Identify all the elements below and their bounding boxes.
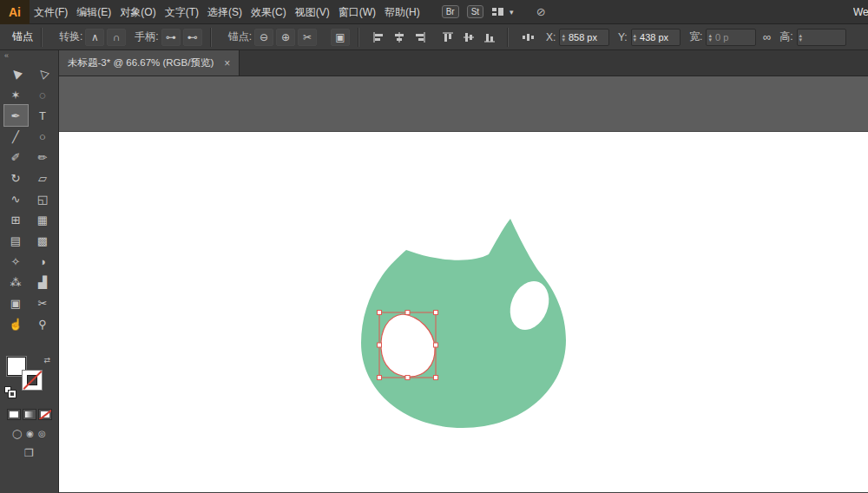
menu-view[interactable]: 视图(V)	[291, 0, 334, 24]
menu-select[interactable]: 选择(S)	[203, 0, 247, 24]
stock-button[interactable]: St	[467, 5, 483, 18]
symbol-sprayer-tool[interactable]: ⁂	[4, 272, 28, 293]
share-icon[interactable]: ⊘	[536, 5, 546, 18]
free-transform-icon: ◱	[37, 193, 48, 206]
draw-normal-button[interactable]: ◯	[12, 429, 22, 438]
height-field[interactable]: ▴▾	[797, 29, 847, 46]
perspective-grid-tool[interactable]: ▦	[31, 209, 55, 230]
lasso-tool[interactable]: ◌	[31, 84, 55, 105]
y-field[interactable]: ▴▾ 438 px	[631, 29, 681, 46]
width-tool[interactable]: ∿	[4, 188, 28, 209]
align-bottom-button[interactable]	[480, 29, 499, 46]
pen-tool[interactable]: ✒	[4, 105, 28, 126]
convert-to-corner-button[interactable]: ∧	[85, 29, 104, 46]
default-fill-stroke-icon[interactable]	[4, 386, 16, 398]
remove-anchor-button[interactable]: ⊖	[254, 29, 273, 46]
convert-to-smooth-button[interactable]: ∩	[107, 29, 126, 46]
magic-wand-icon: ✶	[11, 89, 21, 102]
selection-handle[interactable]	[378, 343, 382, 347]
distribute-button[interactable]	[518, 29, 537, 46]
stroke-swatch[interactable]	[23, 371, 42, 390]
selection-icon: ▶	[8, 66, 23, 82]
menu-window[interactable]: 窗口(W)	[334, 0, 380, 24]
align-center-button[interactable]	[390, 29, 409, 46]
type-tool[interactable]: T	[31, 105, 55, 126]
selection-handle[interactable]	[434, 376, 438, 380]
screen-mode-button[interactable]: ❐	[24, 447, 34, 459]
gradient-tool[interactable]: ▩	[31, 230, 55, 251]
menu-type[interactable]: 文字(T)	[161, 0, 203, 24]
document-tab[interactable]: 未标题-3* @ 66.67% (RGB/预览) ×	[59, 50, 240, 76]
direct-selection-icon: ▷	[35, 66, 50, 82]
isolate-object-button[interactable]: ▣	[331, 29, 350, 46]
connect-anchors-button[interactable]: ⊕	[276, 29, 295, 46]
menu-object[interactable]: 对象(O)	[115, 0, 160, 24]
swap-fill-stroke-icon[interactable]: ⇄	[44, 356, 51, 365]
mesh-tool[interactable]: ▤	[4, 230, 28, 251]
anchors-label: 锚点:	[228, 30, 252, 44]
gradient-button[interactable]	[23, 409, 36, 420]
align-middle-button[interactable]	[459, 29, 478, 46]
x-field[interactable]: ▴▾ 858 px	[559, 29, 609, 46]
menu-effect[interactable]: 效果(C)	[247, 0, 291, 24]
slice-icon: ✂	[38, 297, 48, 310]
pencil-tool[interactable]: ✏	[31, 147, 55, 168]
perspective-grid-icon: ▦	[37, 214, 48, 227]
chevron-down-icon[interactable]: ▾	[510, 8, 514, 16]
slice-tool[interactable]: ✂	[31, 293, 55, 313]
menu-edit[interactable]: 编辑(E)	[72, 0, 115, 24]
width-field[interactable]: ▴▾ 0 p	[706, 29, 756, 46]
close-icon[interactable]: ×	[224, 57, 230, 69]
graph-icon: ▟	[38, 276, 47, 289]
blend-tool[interactable]: ◑	[31, 251, 55, 272]
selection-handle[interactable]	[378, 311, 382, 315]
rotate-tool[interactable]: ↻	[4, 168, 28, 188]
selection-handle[interactable]	[378, 376, 382, 380]
graph-tool[interactable]: ▟	[31, 272, 55, 293]
align-right-button[interactable]	[411, 29, 430, 46]
stepper-icon[interactable]: ▴▾	[562, 33, 565, 42]
shape-builder-tool[interactable]: ⊞	[4, 209, 28, 230]
cut-path-button[interactable]: ✂	[298, 29, 317, 46]
arrange-documents-icon[interactable]	[491, 6, 504, 17]
stepper-icon[interactable]: ▴▾	[799, 33, 803, 42]
selection-handle[interactable]	[405, 376, 410, 380]
paintbrush-tool[interactable]: ✐	[4, 147, 28, 168]
none-button[interactable]	[38, 409, 52, 420]
line-segment-tool[interactable]: ╱	[4, 126, 28, 147]
workspace-switcher[interactable]: We	[853, 6, 868, 18]
menu-help[interactable]: 帮助(H)	[380, 0, 424, 24]
convert-label: 转换:	[59, 30, 82, 44]
hand-tool[interactable]: ☝	[4, 313, 28, 334]
direct-selection-tool[interactable]: ▷	[31, 63, 55, 84]
show-handles-button[interactable]: ⊶	[161, 29, 181, 46]
zoom-tool[interactable]: ⚲	[31, 313, 55, 334]
magic-wand-tool[interactable]: ✶	[4, 84, 28, 105]
hide-handles-button[interactable]: ⊷	[183, 29, 202, 46]
draw-behind-button[interactable]: ◉	[26, 429, 34, 438]
selection-handle[interactable]	[434, 343, 438, 347]
free-transform-tool[interactable]: ◱	[31, 188, 55, 209]
menu-file[interactable]: 文件(F)	[30, 0, 72, 24]
x-value[interactable]: 858 px	[569, 32, 605, 43]
scale-tool[interactable]: ▱	[31, 168, 55, 188]
width-value[interactable]: 0 p	[715, 32, 752, 43]
color-button[interactable]	[7, 409, 21, 420]
align-left-button[interactable]	[369, 29, 388, 46]
artboard-tool[interactable]: ▣	[4, 293, 28, 313]
stepper-icon[interactable]: ▴▾	[708, 33, 712, 42]
bridge-button[interactable]: Br	[442, 5, 459, 18]
draw-inside-button[interactable]: ◎	[38, 429, 46, 438]
zoom-icon: ⚲	[38, 318, 47, 331]
constrain-proportions-icon[interactable]: ∞	[763, 30, 771, 43]
canvas[interactable]	[59, 76, 868, 492]
selection-handle[interactable]	[434, 311, 438, 315]
align-top-button[interactable]	[438, 29, 457, 46]
collapse-panel-icon[interactable]: «	[0, 50, 58, 62]
stepper-icon[interactable]: ▴▾	[634, 33, 637, 42]
selection-handle[interactable]	[405, 311, 410, 315]
selection-tool[interactable]: ▶	[4, 63, 28, 84]
eyedropper-tool[interactable]: ✧	[4, 251, 28, 272]
y-value[interactable]: 438 px	[640, 32, 676, 43]
ellipse-tool[interactable]: ○	[31, 126, 55, 147]
